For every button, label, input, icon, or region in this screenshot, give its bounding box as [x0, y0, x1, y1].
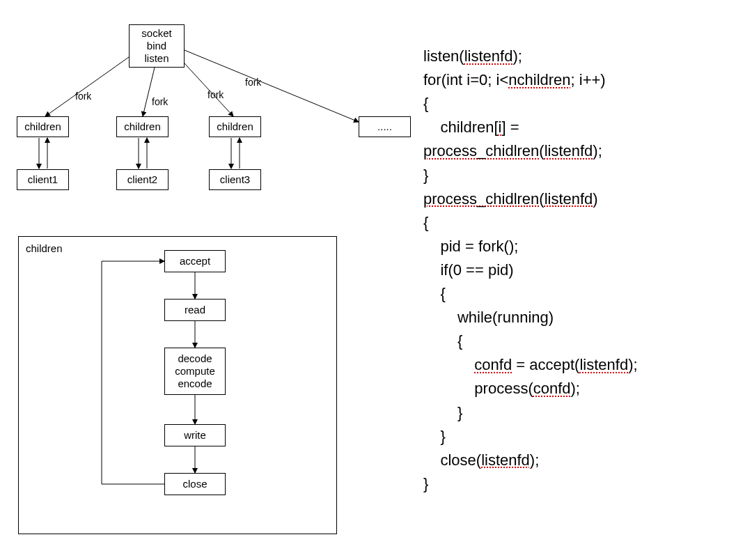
ellipsis-label: .....	[377, 120, 392, 133]
c13: {	[423, 332, 462, 350]
c10: if(0 == pid)	[423, 261, 514, 279]
c14d: listenfd	[579, 356, 628, 373]
c14c: = accept(	[512, 356, 579, 373]
root-l3: listen	[144, 52, 169, 65]
c5a: process_chidlren	[423, 142, 539, 160]
c9: pid = fork();	[423, 238, 518, 255]
svg-line-3	[185, 50, 359, 122]
flow-step-write-label: write	[184, 429, 206, 442]
c15b: confd	[533, 380, 571, 397]
c15c: );	[571, 380, 580, 397]
c14b: confd	[474, 356, 512, 373]
flow-step-write: write	[164, 424, 226, 446]
svg-line-0	[45, 57, 129, 116]
c6: }	[423, 166, 428, 184]
root-l1: socket	[141, 27, 171, 40]
c5c: listenfd	[545, 142, 593, 160]
c16: }	[423, 404, 462, 421]
children-box-2: children	[116, 116, 169, 137]
c7a: process_chidlren	[423, 190, 539, 208]
root-l2: bind	[147, 40, 166, 52]
children-box-3: children	[209, 116, 261, 137]
c17: }	[423, 428, 446, 445]
c14e: );	[628, 356, 637, 373]
c18b: listenfd	[481, 451, 530, 469]
client-box-2: client2	[116, 169, 169, 190]
flow-step-close-label: close	[182, 478, 207, 490]
c7c: listenfd	[545, 190, 593, 208]
client-box-1: client1	[17, 169, 69, 190]
c4a: children[	[423, 118, 499, 136]
flow-step-close: close	[164, 473, 226, 495]
c14a	[423, 356, 474, 373]
fork-label-4: fork	[245, 77, 261, 88]
c3: {	[423, 95, 428, 112]
c12: while(running)	[423, 309, 554, 326]
c1c: );	[512, 47, 522, 65]
code-block: listen(listenfd); for(int i=0; i<nchildr…	[423, 21, 638, 496]
client-label-2: client2	[127, 173, 157, 186]
client-label-3: client3	[220, 173, 250, 186]
c15a: process(	[423, 380, 533, 397]
ellipsis-box: .....	[359, 116, 411, 137]
client-label-1: client1	[28, 173, 58, 186]
c2b: nchildren	[508, 71, 570, 88]
c18a: close(	[423, 451, 481, 469]
c4c: ] =	[502, 118, 519, 136]
c19: }	[423, 475, 428, 492]
c1b: listenfd	[464, 47, 513, 65]
children-label-2: children	[124, 120, 161, 133]
fork-label-3: fork	[207, 89, 224, 100]
flow-step-decode: decode compute encode	[164, 348, 226, 395]
c5b: (	[539, 142, 544, 160]
root-box: socket bind listen	[129, 24, 185, 68]
c18c: );	[530, 451, 539, 469]
children-box-1: children	[17, 116, 69, 137]
flow-step-read-label: read	[185, 304, 205, 316]
children-label-3: children	[217, 120, 253, 133]
children-label-1: children	[24, 120, 61, 133]
c5d: );	[593, 142, 602, 160]
c7d: )	[593, 190, 597, 208]
c11: {	[423, 285, 446, 302]
fork-label-2: fork	[152, 96, 168, 107]
flow-title: children	[26, 242, 63, 254]
c2a: for(int i=0; i<	[423, 71, 508, 88]
flow-step-read: read	[164, 299, 226, 321]
flow-step-accept: accept	[164, 250, 226, 272]
svg-line-1	[143, 68, 155, 116]
client-box-3: client3	[209, 169, 261, 190]
flow-step-decode-label: decode compute encode	[175, 352, 215, 390]
c8: {	[423, 214, 428, 231]
c1a: listen(	[423, 47, 464, 65]
c7b: (	[539, 190, 544, 208]
c2c: ; i++)	[571, 71, 606, 88]
fork-label-1: fork	[75, 91, 91, 102]
flow-step-accept-label: accept	[180, 255, 210, 267]
